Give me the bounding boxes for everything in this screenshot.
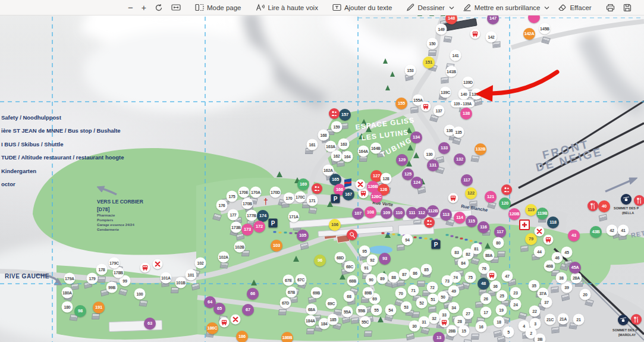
chalet-building xyxy=(429,51,436,55)
marker-22: 22 xyxy=(529,306,541,317)
map-label-garage: Garage essence 24/24 xyxy=(97,223,134,227)
marker-15: 15 xyxy=(458,325,470,337)
chalet-building xyxy=(279,310,286,315)
marker-100: 100 xyxy=(134,288,146,300)
marker-174: 174 xyxy=(257,210,269,222)
map-label-pompiers: Pompiers xyxy=(97,218,113,222)
marker-159: 159 xyxy=(331,121,343,133)
draw-label: Dessiner xyxy=(417,4,444,11)
marker-161: 161 xyxy=(307,139,318,150)
chalet-building xyxy=(493,42,500,47)
marker-69B: 69B xyxy=(311,287,322,299)
marker-34: 34 xyxy=(448,302,460,313)
marker-108: 108 xyxy=(365,206,376,218)
chalet-building xyxy=(441,77,448,83)
chalet-building xyxy=(498,337,505,342)
map-label-sommet-2a: SOMMET DES P xyxy=(612,328,637,332)
chalet-building xyxy=(365,331,372,336)
marker-162: 162 xyxy=(331,150,343,162)
chalet-building xyxy=(242,251,249,256)
save-button[interactable] xyxy=(619,1,636,15)
people-icon xyxy=(501,184,512,195)
marker-149: 149 xyxy=(436,24,447,35)
bus-stop-icon xyxy=(448,193,458,203)
highlight-button[interactable]: Mettre en surbrillance xyxy=(458,1,554,15)
marker-92: 92 xyxy=(367,255,378,266)
add-text-icon xyxy=(332,4,341,11)
marker-21A: 21A xyxy=(558,313,569,325)
marker-145B: 145B xyxy=(539,23,551,34)
marker-129: 129 xyxy=(396,154,408,166)
erase-button[interactable]: Effacer xyxy=(554,1,595,15)
people-icon xyxy=(329,108,340,119)
marker-130: 130 xyxy=(424,149,435,160)
marker-119: 119 xyxy=(525,204,537,216)
map-label-sommet-2b: [MAROLAY xyxy=(618,333,636,337)
marker-30: 30 xyxy=(409,321,420,332)
marker-66: 66 xyxy=(247,288,259,300)
marker-87: 87 xyxy=(399,269,410,280)
marker-68B: 68B xyxy=(347,275,359,287)
draw-button[interactable]: Dessiner xyxy=(402,1,458,15)
fullscreen-button[interactable] xyxy=(642,1,644,15)
marker-46B: 46B xyxy=(544,261,555,272)
marker-19: 19 xyxy=(496,305,507,316)
chalet-building xyxy=(337,161,344,166)
chevron-down-icon[interactable] xyxy=(449,6,454,10)
marker-173B: 173B xyxy=(231,222,242,233)
chalet-building xyxy=(552,327,558,332)
marker-117: 117 xyxy=(494,226,506,238)
people-icon xyxy=(424,217,435,228)
fit-width-button[interactable] xyxy=(167,1,185,15)
legend-line: Kindergarten xyxy=(1,165,124,178)
bus-stop-icon xyxy=(359,189,369,199)
marker-139B: 139B xyxy=(471,89,482,100)
marker-178: 178 xyxy=(96,264,108,275)
chevron-down-icon[interactable] xyxy=(544,6,549,10)
legend-line: TUDE / Altitude restaurant / restaurant … xyxy=(1,151,124,164)
chalet-building xyxy=(221,262,228,268)
marker-67: 67 xyxy=(242,304,254,316)
chalet-building xyxy=(498,252,505,256)
marker-114: 114 xyxy=(454,212,466,224)
chalet-building xyxy=(464,340,472,342)
rotate-button[interactable] xyxy=(150,1,167,15)
marker-80: 80 xyxy=(493,237,504,249)
chalet-building xyxy=(551,287,558,292)
parked-car xyxy=(419,237,422,239)
legend-line: I BUS / Skibus / Shuttle xyxy=(1,138,124,151)
highlighter-icon xyxy=(463,4,472,11)
marker-36: 36 xyxy=(490,281,501,292)
marker-179A: 179A xyxy=(64,273,76,284)
print-button[interactable] xyxy=(602,1,619,15)
marker-98: 98 xyxy=(74,305,86,317)
bus-stop-icon xyxy=(439,318,450,328)
parked-car xyxy=(279,231,282,233)
marker-102A: 102A xyxy=(218,252,230,263)
marker-67D: 67D xyxy=(280,297,291,309)
chalet-building xyxy=(71,284,78,289)
chalet-building xyxy=(92,314,99,319)
add-text-button[interactable]: Ajouter du texte xyxy=(328,1,397,15)
zoom-out-button[interactable]: − xyxy=(124,1,137,15)
marker-170E: 170E xyxy=(238,187,250,198)
marker-121: 121 xyxy=(485,191,497,203)
parking-icon: P xyxy=(432,240,441,249)
marker-65: 65 xyxy=(213,303,225,315)
marker-102B: 102B xyxy=(234,241,246,253)
marker-75: 75 xyxy=(465,272,476,283)
read-aloud-button[interactable]: Lire à haute voix xyxy=(252,1,322,15)
chalet-building xyxy=(472,334,479,339)
marker-132B: 132B xyxy=(475,143,486,155)
cable-car-icon xyxy=(618,315,629,325)
marker-126C: 126C xyxy=(370,191,382,203)
zoom-in-button[interactable]: + xyxy=(137,1,150,15)
marker-157: 157 xyxy=(339,109,351,121)
map-canvas[interactable]: Safety / Noodhulppostière ST JEAN de MNN… xyxy=(0,0,644,342)
page-mode-button[interactable]: Mode page xyxy=(191,1,246,15)
bus-stop-icon xyxy=(140,263,150,273)
page-mode-icon xyxy=(195,4,204,11)
chalet-building xyxy=(290,297,297,302)
marker-51: 51 xyxy=(428,294,439,305)
marker-39: 39 xyxy=(561,282,573,293)
